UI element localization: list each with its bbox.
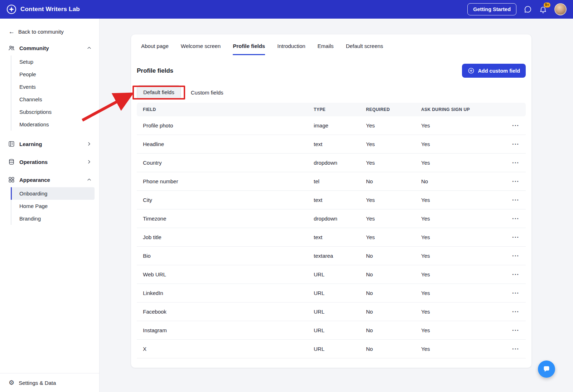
sidebar-item-setup[interactable]: Setup xyxy=(11,55,95,68)
back-to-community-link[interactable]: ← Back to community xyxy=(0,19,99,40)
cell-type: tel xyxy=(314,178,366,184)
cell-field: LinkedIn xyxy=(137,290,314,296)
table-row: Job title text Yes Yes ··· xyxy=(137,228,526,247)
cell-type: textarea xyxy=(314,253,366,259)
user-avatar[interactable] xyxy=(554,3,567,15)
messages-button[interactable] xyxy=(524,5,532,14)
table-row: Web URL URL No Yes ··· xyxy=(137,265,526,284)
cell-field: Profile photo xyxy=(137,122,314,129)
row-menu-button[interactable]: ··· xyxy=(512,178,519,185)
back-arrow-icon: ← xyxy=(9,29,15,35)
row-menu-button[interactable]: ··· xyxy=(512,308,519,315)
row-menu-button[interactable]: ··· xyxy=(512,141,519,148)
sidebar-item-people[interactable]: People xyxy=(11,68,95,81)
cell-required: No xyxy=(366,178,421,184)
sidebar-item-onboarding[interactable]: Onboarding xyxy=(11,187,95,200)
row-menu-button[interactable]: ··· xyxy=(512,122,519,129)
table-row: Country dropdown Yes Yes ··· xyxy=(137,154,526,172)
operations-icon xyxy=(8,158,15,165)
profile-fields-table: FIELD TYPE REQUIRED ASK DURING SIGN UP P… xyxy=(137,103,526,358)
table-row: Bio textarea No Yes ··· xyxy=(137,247,526,265)
column-header-ask: ASK DURING SIGN UP xyxy=(421,107,506,112)
cell-type: URL xyxy=(314,309,366,315)
cell-required: Yes xyxy=(366,141,421,147)
tab-about-page[interactable]: About page xyxy=(141,43,169,55)
row-menu-button[interactable]: ··· xyxy=(512,290,519,297)
table-row: X URL No Yes ··· xyxy=(137,340,526,358)
cell-type: URL xyxy=(314,346,366,352)
column-header-required: REQUIRED xyxy=(366,107,421,112)
table-row: Profile photo image Yes Yes ··· xyxy=(137,116,526,135)
tab-introduction[interactable]: Introduction xyxy=(277,43,305,55)
sidebar-item-branding[interactable]: Branding xyxy=(11,212,95,225)
cell-type: URL xyxy=(314,290,366,296)
cell-ask: Yes xyxy=(421,197,506,203)
sidebar-section-operations[interactable]: Operations xyxy=(0,154,99,169)
row-menu-button[interactable]: ··· xyxy=(512,215,519,222)
tab-default-screens[interactable]: Default screens xyxy=(346,43,383,55)
cell-required: No xyxy=(366,290,421,296)
community-subnav: Setup People Events Channels Subscriptio… xyxy=(11,55,95,131)
tab-bar: About page Welcome screen Profile fields… xyxy=(137,34,526,55)
sidebar-section-label: Operations xyxy=(19,159,48,165)
cell-required: No xyxy=(366,271,421,277)
cell-ask: No xyxy=(421,178,506,184)
chevron-right-icon xyxy=(86,141,92,147)
row-menu-button[interactable]: ··· xyxy=(512,345,519,353)
cell-ask: Yes xyxy=(421,327,506,333)
column-header-type: TYPE xyxy=(314,107,366,112)
table-row: Timezone dropdown Yes Yes ··· xyxy=(137,209,526,228)
cell-type: text xyxy=(314,234,366,240)
sidebar-item-events[interactable]: Events xyxy=(11,81,95,93)
learning-icon xyxy=(8,140,15,147)
sidebar-section-community[interactable]: Community xyxy=(0,40,99,55)
brand[interactable]: Content Writers Lab xyxy=(6,4,80,14)
row-menu-button[interactable]: ··· xyxy=(512,197,519,204)
row-menu-button[interactable]: ··· xyxy=(512,252,519,260)
subtab-default-fields[interactable]: Default fields xyxy=(137,85,181,99)
sidebar-section-label: Community xyxy=(19,45,49,51)
row-menu-button[interactable]: ··· xyxy=(512,327,519,334)
add-custom-field-label: Add custom field xyxy=(478,68,520,74)
cell-field: Facebook xyxy=(137,309,314,315)
sidebar-section-learning[interactable]: Learning xyxy=(0,136,99,151)
settings-data-label: Settings & Data xyxy=(19,380,56,386)
cell-required: Yes xyxy=(366,234,421,240)
cell-required: Yes xyxy=(366,216,421,222)
subtab-custom-fields[interactable]: Custom fields xyxy=(191,89,223,96)
cell-ask: Yes xyxy=(421,141,506,147)
row-menu-button[interactable]: ··· xyxy=(512,234,519,241)
sidebar: ← Back to community Community Setup Peop… xyxy=(0,19,100,392)
table-header-row: FIELD TYPE REQUIRED ASK DURING SIGN UP xyxy=(137,103,526,116)
sidebar-item-subscriptions[interactable]: Subscriptions xyxy=(11,106,95,118)
tab-welcome-screen[interactable]: Welcome screen xyxy=(181,43,221,55)
table-row: LinkedIn URL No Yes ··· xyxy=(137,284,526,303)
cell-ask: Yes xyxy=(421,290,506,296)
chat-widget-button[interactable] xyxy=(538,360,555,378)
settings-data-link[interactable]: ⚙ Settings & Data xyxy=(0,373,99,392)
row-menu-button[interactable]: ··· xyxy=(512,159,519,166)
subtab-bar: Default fields Custom fields xyxy=(137,80,526,103)
cell-ask: Yes xyxy=(421,346,506,352)
table-row: Phone number tel No No ··· xyxy=(137,172,526,191)
cell-type: text xyxy=(314,197,366,203)
notifications-button[interactable]: 9+ xyxy=(539,5,547,14)
tab-profile-fields[interactable]: Profile fields xyxy=(233,43,265,55)
row-menu-button[interactable]: ··· xyxy=(512,271,519,278)
sidebar-item-channels[interactable]: Channels xyxy=(11,93,95,106)
sidebar-item-home-page[interactable]: Home Page xyxy=(11,200,95,212)
getting-started-button[interactable]: Getting Started xyxy=(467,3,516,15)
tab-emails[interactable]: Emails xyxy=(318,43,334,55)
cell-field: X xyxy=(137,346,314,352)
sidebar-section-appearance[interactable]: Appearance xyxy=(0,172,99,187)
sidebar-item-moderations[interactable]: Moderations xyxy=(11,118,95,131)
cell-ask: Yes xyxy=(421,160,506,166)
cell-ask: Yes xyxy=(421,309,506,315)
add-custom-field-button[interactable]: Add custom field xyxy=(462,64,526,78)
topbar-actions: Getting Started 9+ xyxy=(467,3,567,15)
cell-type: dropdown xyxy=(314,160,366,166)
cell-ask: Yes xyxy=(421,253,506,259)
cell-required: No xyxy=(366,346,421,352)
chat-widget-icon xyxy=(542,365,551,373)
cell-field: Bio xyxy=(137,253,314,259)
